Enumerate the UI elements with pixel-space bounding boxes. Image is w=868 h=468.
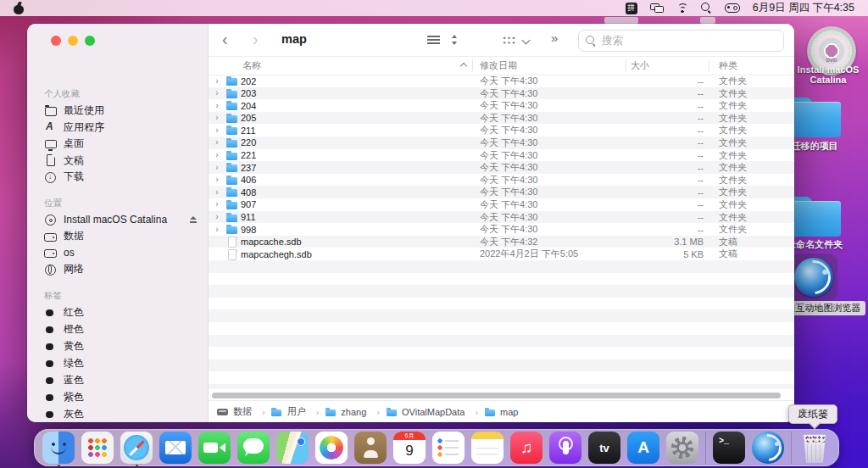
dock-app[interactable] <box>791 432 792 464</box>
breadcrumb-item[interactable]: 用户 <box>271 405 326 418</box>
forward-button[interactable]: › <box>253 29 259 49</box>
dock-app-icon[interactable] <box>666 432 698 464</box>
sidebar-item[interactable]: 数据 <box>27 228 208 245</box>
table-row[interactable]: › 203 今天 下午4:30 -- 文件夹 <box>209 87 794 100</box>
dock-app[interactable]: ♫ <box>510 432 542 464</box>
dock-app-icon[interactable]: ♫ <box>510 432 542 464</box>
dock-app[interactable]: A <box>627 432 659 464</box>
sidebar-tag-item[interactable]: 黄色 <box>27 338 208 355</box>
dock-app-icon[interactable] <box>276 432 309 464</box>
chevron-down-icon[interactable] <box>522 36 531 45</box>
control-center-icon[interactable] <box>725 3 740 13</box>
wifi-icon[interactable] <box>676 3 688 13</box>
sidebar-item[interactable]: 应用程序 <box>27 120 208 136</box>
disclosure-chevron-icon[interactable]: › <box>209 126 225 135</box>
column-header-date[interactable]: 修改日期 <box>480 59 517 72</box>
table-row[interactable]: › 911 今天 下午4:30 -- 文件夹 <box>209 211 794 224</box>
disclosure-chevron-icon[interactable]: › <box>209 114 225 122</box>
search-input[interactable]: 搜索 <box>578 30 784 52</box>
dock-app[interactable]: 6月 9 <box>393 432 426 464</box>
dock-app[interactable] <box>81 432 114 464</box>
dock-app-icon[interactable]: >_ <box>713 432 745 464</box>
eject-icon[interactable] <box>188 215 198 224</box>
dock-app[interactable] <box>752 432 784 464</box>
dock-app-icon[interactable] <box>315 432 348 464</box>
table-row[interactable]: › 406 今天 下午4:30 -- 文件夹 <box>209 174 794 187</box>
zoom-button[interactable] <box>85 36 95 46</box>
dock-app[interactable] <box>276 432 309 464</box>
dock-app[interactable] <box>315 432 348 464</box>
disclosure-chevron-icon[interactable]: › <box>209 89 225 98</box>
sidebar-tag-item[interactable]: 紫色 <box>27 389 208 406</box>
dock-app-icon[interactable] <box>705 432 706 464</box>
dock-app[interactable] <box>666 432 698 464</box>
sort-down-icon[interactable] <box>452 42 457 45</box>
disclosure-chevron-icon[interactable]: › <box>209 188 225 197</box>
sidebar-item[interactable]: 最近使用 <box>27 103 208 120</box>
table-row[interactable]: › 907 今天 下午4:30 -- 文件夹 <box>209 198 794 211</box>
breadcrumb-item[interactable]: map <box>484 407 522 417</box>
untitled-folder-icon[interactable] <box>788 201 841 237</box>
dock-app-icon[interactable] <box>798 432 831 464</box>
dock-app-icon[interactable] <box>471 432 504 464</box>
table-row[interactable]: › 211 今天 下午4:30 -- 文件夹 <box>209 124 794 136</box>
dock-app-icon[interactable] <box>42 432 75 464</box>
disclosure-chevron-icon[interactable]: › <box>209 102 225 110</box>
disclosure-chevron-icon[interactable]: › <box>209 164 225 172</box>
horizontal-scrollbar[interactable] <box>212 393 781 398</box>
dock-app[interactable]: tv <box>588 432 620 464</box>
dock-app-icon[interactable] <box>198 432 231 464</box>
dock-app[interactable] <box>471 432 504 464</box>
dock-app-icon[interactable] <box>120 432 153 464</box>
dock-app[interactable] <box>42 432 75 467</box>
dock-app[interactable] <box>549 432 581 464</box>
breadcrumb-item[interactable]: 数据 <box>217 405 271 418</box>
dock-app-icon[interactable] <box>354 432 387 464</box>
apple-menu-icon[interactable] <box>14 3 24 14</box>
disclosure-chevron-icon[interactable]: › <box>209 138 225 147</box>
sort-up-icon[interactable] <box>452 35 457 38</box>
sidebar-item[interactable]: 下载 <box>27 169 208 186</box>
dock-app[interactable] <box>705 432 706 464</box>
migrated-items-folder-icon[interactable] <box>788 102 841 137</box>
minimize-button[interactable] <box>68 36 78 46</box>
sidebar-tag-item[interactable]: 红色 <box>27 304 208 321</box>
dock-app[interactable] <box>120 432 153 467</box>
back-button[interactable]: ‹ <box>222 29 228 49</box>
table-row[interactable]: › 220 今天 下午4:30 -- 文件夹 <box>209 136 794 149</box>
dock-app-icon[interactable]: 6月 9 <box>393 432 426 464</box>
column-header-size[interactable]: 大小 <box>631 59 649 72</box>
spotlight-search-icon[interactable] <box>701 3 712 14</box>
breadcrumb-item[interactable]: OVitalMapData <box>386 407 484 417</box>
dock-app-icon[interactable] <box>81 432 114 464</box>
disclosure-chevron-icon[interactable]: › <box>209 200 225 209</box>
dock-app-icon[interactable]: tv <box>588 432 620 464</box>
column-header-name[interactable]: 名称 <box>242 59 261 72</box>
group-view-icon[interactable] <box>502 35 515 46</box>
table-row[interactable]: › mapcachegh.sdb 2022年4月2日 下午5:05 5 KB 文… <box>209 248 794 260</box>
dock-app[interactable] <box>798 432 831 464</box>
table-row[interactable]: › 237 今天 下午4:30 -- 文件夹 <box>209 161 794 174</box>
sidebar-item[interactable]: 网络 <box>27 261 208 278</box>
table-row[interactable]: › 221 今天 下午4:30 -- 文件夹 <box>209 149 794 162</box>
menu-clock[interactable]: 6月9日 周四 下午4:35 <box>753 1 854 15</box>
dock-app[interactable]: >_ <box>713 432 745 464</box>
table-row[interactable]: › 408 今天 下午4:30 -- 文件夹 <box>209 186 794 198</box>
input-method-icon[interactable]: 拼 <box>626 3 637 14</box>
breadcrumb-item[interactable]: zhang <box>325 407 386 417</box>
disclosure-chevron-icon[interactable]: › <box>209 213 225 221</box>
dock-app-icon[interactable] <box>237 432 270 464</box>
disclosure-chevron-icon[interactable]: › <box>209 77 225 86</box>
disclosure-chevron-icon[interactable]: › <box>209 151 225 159</box>
dock-app-icon[interactable] <box>159 432 192 464</box>
sidebar-item[interactable]: 文稿 <box>27 153 208 170</box>
dock-app-icon[interactable] <box>752 432 784 464</box>
sidebar-item[interactable]: os <box>27 245 208 262</box>
table-row[interactable]: › 202 今天 下午4:30 -- 文件夹 <box>209 75 794 87</box>
sidebar-item[interactable]: Install macOS Catalina <box>27 212 208 229</box>
table-row[interactable]: › 998 今天 下午4:30 -- 文件夹 <box>209 223 794 236</box>
table-row[interactable]: › 205 今天 下午4:30 -- 文件夹 <box>209 112 794 125</box>
more-toolbar-items-button[interactable]: » <box>551 31 558 45</box>
disclosure-chevron-icon[interactable]: › <box>209 226 225 234</box>
table-row[interactable]: › mapcache.sdb 今天 下午4:32 3.1 MB 文稿 <box>209 236 794 248</box>
